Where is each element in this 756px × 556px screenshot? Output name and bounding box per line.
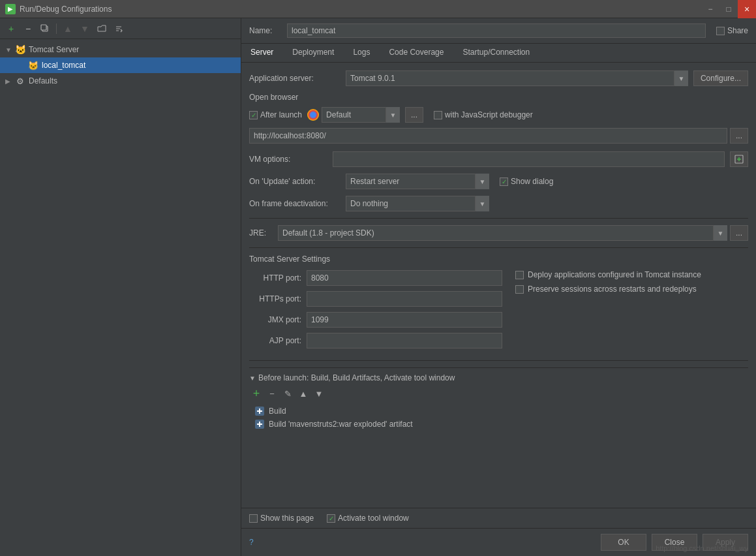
- https-port-row: HTTPs port:: [249, 291, 502, 307]
- show-dialog-checkbox[interactable]: [500, 178, 508, 186]
- js-debugger-label: with JavaScript debugger: [445, 110, 533, 119]
- close-window-button[interactable]: ×: [738, 0, 756, 18]
- http-port-input[interactable]: [307, 270, 502, 286]
- on-deactivation-label: On frame deactivation:: [249, 199, 340, 208]
- help-icon: ?: [249, 538, 254, 547]
- ajp-port-label: AJP port:: [249, 336, 301, 345]
- show-this-page-checkbox[interactable]: [249, 514, 258, 523]
- move-down-button[interactable]: ▼: [78, 22, 92, 36]
- ok-button[interactable]: OK: [601, 534, 646, 551]
- before-launch-toolbar: + − ✎ ▲ ▼: [249, 386, 748, 401]
- right-panel: Name: Share Server Deployment Logs Code …: [241, 18, 756, 556]
- deploy-apps-checkbox[interactable]: [515, 271, 524, 279]
- tomcat-settings-title: Tomcat Server Settings: [249, 255, 748, 264]
- bl-edit-button[interactable]: ✎: [280, 386, 295, 401]
- preserve-sessions-checkbox[interactable]: [515, 285, 524, 294]
- divider-2: [249, 247, 748, 248]
- on-update-label: On 'Update' action:: [249, 177, 340, 186]
- browser-more-button[interactable]: ...: [405, 107, 423, 123]
- jmx-port-input[interactable]: [307, 312, 502, 328]
- port-left: HTTP port: HTTPs port: JMX port: AJ: [249, 270, 502, 354]
- ajp-port-input[interactable]: [307, 333, 502, 348]
- share-checkbox[interactable]: [716, 27, 725, 35]
- js-debugger-checkbox[interactable]: [434, 111, 442, 119]
- jmx-port-row: JMX port:: [249, 312, 502, 328]
- divider-3: [249, 360, 748, 361]
- url-more-button[interactable]: ...: [730, 128, 748, 144]
- application-server-select-wrapper: Tomcat 9.0.1 ▼: [346, 70, 688, 86]
- before-launch-header: ▼ Before launch: Build, Build Artifacts,…: [249, 373, 748, 382]
- sort-button[interactable]: [112, 22, 126, 36]
- tree-item-defaults[interactable]: ▶ ⚙ Defaults: [0, 73, 241, 89]
- name-input[interactable]: [287, 23, 706, 38]
- activate-tool-window-checkbox[interactable]: [327, 514, 335, 523]
- collapse-arrow-icon[interactable]: ▼: [249, 375, 256, 382]
- move-up-button[interactable]: ▲: [61, 22, 75, 36]
- title-bar: ▶ Run/Debug Configurations − □ ×: [0, 0, 756, 18]
- local-tomcat-icon: 🐱: [27, 59, 39, 71]
- https-port-input[interactable]: [307, 291, 502, 307]
- tree-item-tomcat-server[interactable]: ▼ 🐱 Tomcat Server: [0, 42, 241, 57]
- port-right: Deploy applications configured in Tomcat…: [515, 270, 748, 354]
- left-panel: + − ▲ ▼: [0, 18, 241, 556]
- http-port-row: HTTP port:: [249, 270, 502, 286]
- open-browser-section: Open browser After launch Default ▼: [249, 93, 748, 144]
- watermark: http://blog.csdn.net/shuai_wy: [656, 544, 748, 552]
- browser-select-outer: Default ▼: [322, 107, 400, 123]
- application-server-select[interactable]: Tomcat 9.0.1: [346, 70, 688, 86]
- share-label: Share: [727, 26, 748, 35]
- remove-button[interactable]: −: [21, 22, 35, 36]
- show-dialog-wrapper: Show dialog: [500, 177, 553, 186]
- activate-tool-window-wrapper: Activate tool window: [327, 514, 409, 523]
- copy-button[interactable]: [38, 22, 52, 36]
- jre-more-button[interactable]: ...: [730, 225, 748, 241]
- browser-select[interactable]: Default: [322, 107, 400, 123]
- jre-row: JRE: Default (1.8 - project SDK) ▼ ...: [249, 225, 748, 241]
- tab-server[interactable]: Server: [241, 44, 283, 62]
- defaults-icon: ⚙: [14, 75, 26, 87]
- tab-deployment[interactable]: Deployment: [283, 44, 344, 62]
- on-update-select-wrapper: Restart server ▼: [346, 174, 489, 189]
- window-icon: ▶: [5, 4, 16, 14]
- jre-select[interactable]: Default (1.8 - project SDK): [278, 225, 727, 241]
- build-label: Build: [269, 407, 286, 416]
- bl-move-up-button[interactable]: ▲: [296, 386, 310, 401]
- show-this-page-label: Show this page: [260, 514, 314, 523]
- tab-logs[interactable]: Logs: [344, 44, 380, 62]
- help-button[interactable]: ?: [249, 538, 254, 547]
- on-deactivation-select-wrapper: Do nothing ▼: [346, 196, 489, 211]
- build-icon: [254, 406, 265, 416]
- vm-options-input[interactable]: [333, 151, 725, 167]
- show-this-page-wrapper: Show this page: [249, 514, 314, 523]
- port-section: Tomcat Server Settings HTTP port: HTTPs …: [249, 255, 748, 354]
- maximize-button[interactable]: □: [719, 0, 738, 18]
- ajp-port-row: AJP port:: [249, 333, 502, 348]
- preserve-sessions-row: Preserve sessions across restarts and re…: [515, 285, 748, 294]
- configure-button[interactable]: Configure...: [693, 70, 748, 86]
- after-launch-label: After launch: [260, 110, 302, 119]
- vm-options-row: VM options:: [249, 151, 748, 167]
- after-launch-checkbox[interactable]: [249, 111, 258, 119]
- application-server-label: Application server:: [249, 74, 340, 83]
- tab-startup-connection[interactable]: Startup/Connection: [453, 44, 539, 62]
- bl-add-button[interactable]: +: [249, 386, 264, 401]
- on-update-select[interactable]: Restart server: [346, 174, 489, 189]
- on-deactivation-select[interactable]: Do nothing: [346, 196, 489, 211]
- deploy-apps-label: Deploy applications configured in Tomcat…: [528, 270, 701, 279]
- open-browser-row: After launch Default ▼ ...: [249, 107, 748, 123]
- vm-expand-button[interactable]: [730, 151, 748, 167]
- bl-move-down-button[interactable]: ▼: [312, 386, 326, 401]
- folder-button[interactable]: [95, 22, 109, 36]
- bl-remove-button[interactable]: −: [265, 386, 279, 401]
- tab-code-coverage[interactable]: Code Coverage: [380, 44, 453, 62]
- build-item-artifact: Build 'mavenstruts2:war exploded' artifa…: [252, 418, 748, 431]
- jre-select-wrapper: Default (1.8 - project SDK) ▼: [278, 225, 727, 241]
- add-button[interactable]: +: [4, 22, 18, 36]
- jmx-port-label: JMX port:: [249, 315, 301, 324]
- before-launch-title: Before launch: Build, Build Artifacts, A…: [258, 373, 455, 382]
- separator: [56, 23, 57, 34]
- on-deactivation-row: On frame deactivation: Do nothing ▼: [249, 196, 748, 211]
- tree-item-local-tomcat[interactable]: 🐱 local_tomcat: [0, 57, 241, 73]
- url-input[interactable]: [249, 128, 727, 144]
- minimize-button[interactable]: −: [701, 0, 719, 18]
